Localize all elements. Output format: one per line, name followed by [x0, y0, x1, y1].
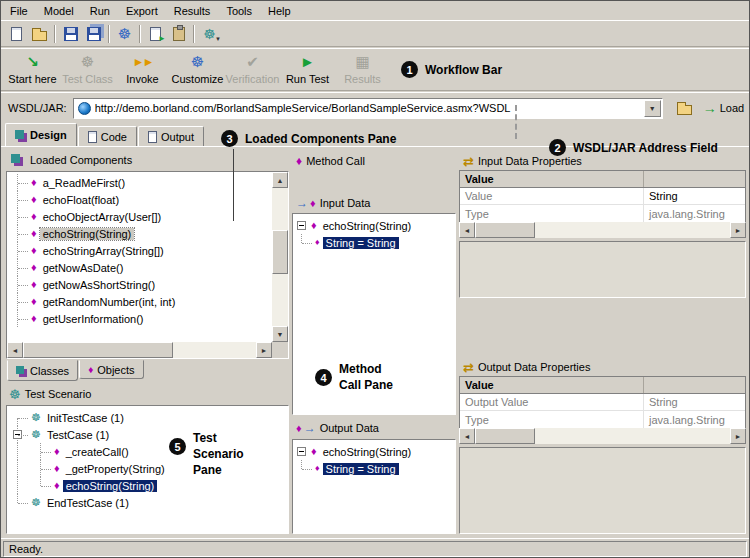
scroll-right-button[interactable]: ► — [730, 222, 746, 238]
scroll-left-button[interactable]: ◄ — [459, 222, 475, 238]
new-document-icon — [11, 27, 22, 41]
run-test-icon: ► — [280, 52, 335, 72]
output-arrow-icon: → — [304, 422, 316, 434]
scroll-up-button[interactable]: ▲ — [272, 172, 288, 188]
horizontal-scrollbar[interactable]: ◄ ► — [459, 428, 746, 444]
tree-item[interactable]: ♦echoObjectArray(User[]) — [7, 208, 288, 225]
scroll-left-button[interactable]: ◄ — [459, 428, 475, 444]
tree-item[interactable]: ♦echoString(String) — [293, 443, 455, 460]
table-row[interactable]: Output Value String — [460, 394, 745, 411]
wsdl-dropdown-button[interactable]: ▼ — [644, 100, 661, 117]
scrollbar-thumb[interactable] — [475, 428, 535, 444]
tree-item[interactable]: ♦echoStringArray(String[]) — [7, 242, 288, 259]
tree-item-label: _createCall() — [63, 446, 132, 458]
open-button[interactable] — [28, 23, 51, 45]
horizontal-scrollbar[interactable]: ◄ ► — [7, 342, 272, 358]
tree-item[interactable]: ♦getNowAsDate() — [7, 259, 288, 276]
start-here-icon: ↘ — [5, 52, 60, 72]
menu-run[interactable]: Run — [82, 2, 118, 20]
export-test-button[interactable]: ► — [144, 23, 167, 45]
tree-connector — [40, 443, 53, 460]
tree-item-selected[interactable]: ♦String = String — [293, 234, 455, 251]
tree-item[interactable]: ☸EndTestCase (1) — [7, 494, 288, 511]
tab-output[interactable]: Output — [138, 126, 204, 146]
tree-item-selected[interactable]: ♦echoString(String) — [7, 225, 288, 242]
scroll-right-button[interactable]: ► — [730, 428, 746, 444]
pane-title: Output Data Properties — [478, 361, 591, 373]
tree-item[interactable]: ♦getUserInformation() — [7, 310, 288, 327]
tree-item-selected[interactable]: ♦String = String — [293, 460, 455, 477]
tree-item[interactable]: ♦_createCall() — [7, 443, 288, 460]
new-button[interactable] — [5, 23, 28, 45]
pane-title: Input Data Properties — [478, 155, 582, 167]
save-button[interactable] — [59, 23, 82, 45]
annotation-callout-line — [233, 149, 234, 221]
input-diamond-icon: ♦ — [310, 198, 316, 209]
horizontal-scrollbar[interactable]: ◄ ► — [459, 222, 746, 238]
table-header-row: Value — [460, 377, 745, 394]
output-data-tree[interactable]: ♦echoString(String) ♦String = String — [292, 439, 456, 534]
tree-connector — [17, 191, 30, 208]
property-name: Type — [460, 205, 644, 222]
tree-item[interactable]: ♦getNowAsShortString() — [7, 276, 288, 293]
workflow-invoke[interactable]: ►► Invoke — [115, 51, 170, 90]
menu-results[interactable]: Results — [166, 2, 219, 20]
table-row[interactable]: Type java.lang.String — [460, 205, 745, 222]
workflow-label: Invoke — [115, 73, 170, 85]
tree-item[interactable]: ♦getRandomNumber(int, int) — [7, 293, 288, 310]
scroll-right-button[interactable]: ► — [256, 342, 272, 358]
column-header: Value — [460, 377, 644, 393]
workflow-run-test[interactable]: ► Run Test — [280, 51, 335, 90]
tree-item-selected[interactable]: ♦echoString(String) — [7, 477, 288, 494]
input-arrow-icon: → — [296, 197, 308, 209]
load-button[interactable]: → Load — [703, 97, 744, 119]
method-icon: ♦ — [311, 220, 317, 231]
browse-wsdl-button[interactable] — [673, 97, 697, 119]
tab-design[interactable]: Design — [5, 123, 77, 146]
tree-item[interactable]: ♦echoString(String) — [293, 217, 455, 234]
scroll-left-button[interactable]: ◄ — [7, 342, 23, 358]
tree-rail — [17, 460, 30, 477]
tree-item[interactable]: ♦a_ReadMeFirst() — [7, 174, 288, 191]
save-all-button[interactable] — [82, 23, 105, 45]
menu-model[interactable]: Model — [36, 2, 82, 20]
workflow-label: Run Test — [280, 73, 335, 85]
workflow-verification: ✔ Verification — [225, 51, 280, 90]
method-icon: ♦ — [296, 155, 302, 167]
wsdl-address-combo[interactable]: ▼ — [73, 98, 663, 119]
menu-export[interactable]: Export — [118, 2, 166, 20]
save-icon — [64, 27, 78, 41]
tree-item[interactable]: ♦_getProperty(String) — [7, 460, 288, 477]
tree-item[interactable]: ☸TestCase (1) — [7, 426, 288, 443]
output-properties-description — [459, 447, 746, 534]
tab-code[interactable]: Code — [78, 126, 137, 146]
property-value: java.lang.String — [644, 413, 745, 427]
tree-item[interactable]: ☸InitTestCase (1) — [7, 409, 288, 426]
vertical-scrollbar[interactable]: ▲ ▼ — [272, 172, 288, 342]
tree-connector — [17, 276, 30, 293]
scrollbar-thumb[interactable] — [475, 222, 535, 238]
loaded-components-tree[interactable]: ♦a_ReadMeFirst() ♦echoFloat(float) ♦echo… — [6, 171, 289, 359]
collapse-toggle[interactable] — [297, 447, 306, 456]
collapse-toggle[interactable] — [13, 430, 22, 439]
components-button[interactable]: ☸ — [113, 23, 136, 45]
tab-objects[interactable]: ♦ Objects — [79, 360, 143, 379]
scrollbar-thumb[interactable] — [23, 342, 173, 358]
workflow-start-here[interactable]: ↘ Start here — [5, 51, 60, 90]
menu-tools[interactable]: Tools — [218, 2, 260, 20]
scrollbar-thumb[interactable] — [272, 230, 288, 274]
paste-button[interactable] — [167, 23, 190, 45]
tab-classes[interactable]: Classes — [7, 360, 78, 381]
workflow-customize[interactable]: ☸ Customize — [170, 51, 225, 90]
wsdl-address-input[interactable] — [95, 100, 644, 117]
collapse-toggle[interactable] — [297, 221, 306, 230]
menu-help[interactable]: Help — [260, 2, 299, 20]
test-scenario-tree[interactable]: ☸InitTestCase (1) ☸TestCase (1) ♦_create… — [6, 405, 289, 534]
menu-file[interactable]: File — [2, 2, 36, 20]
scroll-down-button[interactable]: ▼ — [272, 326, 288, 342]
input-properties-description — [459, 241, 746, 298]
table-row[interactable]: Type java.lang.String — [460, 411, 745, 428]
options-button[interactable]: ☸▼ — [198, 23, 221, 45]
table-row[interactable]: Value String — [460, 188, 745, 205]
tree-item[interactable]: ♦echoFloat(float) — [7, 191, 288, 208]
